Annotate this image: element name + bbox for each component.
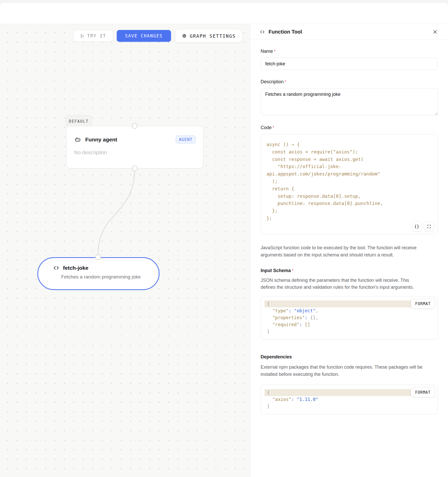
graph-settings-label: GRAPH SETTINGS [190, 33, 236, 39]
tool-node-title: fetch-joke [63, 265, 88, 271]
format-button[interactable]: FORMAT [411, 299, 435, 308]
code-help-text: JavaScript function code to be executed … [261, 244, 427, 259]
expand-fullscreen-button[interactable] [424, 222, 434, 231]
input-schema-editor[interactable]: { "type": "object", "properties": {}, "r… [261, 296, 438, 339]
input-schema-label: Input Schema [261, 268, 291, 273]
input-schema-help-text: JSON schema defining the parameters that… [261, 277, 419, 291]
save-changes-button[interactable]: SAVE CHANGES [117, 30, 171, 42]
required-asterisk: * [274, 49, 275, 54]
agent-bottom-handle[interactable] [132, 165, 137, 171]
fullscreen-icon [427, 224, 431, 229]
dependencies-help-text: External npm packages that the function … [261, 364, 424, 378]
top-chrome [0, 3, 448, 24]
close-icon [433, 29, 438, 34]
format-braces-button[interactable]: {} [412, 222, 422, 231]
description-label: Description [261, 79, 284, 84]
name-input[interactable] [261, 58, 438, 70]
code-editor[interactable]: async () ⇒ { const axios = require("axio… [261, 134, 438, 234]
dependencies-label: Dependencies [261, 354, 292, 359]
try-it-label: TRY IT [87, 33, 106, 38]
function-tool-panel: Function Tool Name* Description* [250, 24, 448, 477]
robot-icon [74, 136, 81, 143]
edge-agent-to-tool [0, 24, 250, 477]
node-fetch-joke[interactable]: fetch-joke Fetches a random programming … [37, 257, 159, 290]
agent-node-description: No description [67, 143, 203, 155]
app-window: TRY IT SAVE CHANGES [0, 3, 448, 477]
required-asterisk: * [292, 268, 293, 273]
agent-top-handle[interactable] [132, 123, 137, 129]
input-schema-content[interactable]: { "type": "object", "properties": {}, "r… [264, 300, 434, 335]
graph-canvas[interactable]: TRY IT SAVE CHANGES [0, 24, 250, 477]
node-funny-agent[interactable]: Funny agent AGENT No description [66, 126, 203, 168]
code-icon [260, 29, 265, 35]
group-label-default: DEFAULT [66, 115, 92, 127]
dependencies-content[interactable]: { "axios": "1.11.0"} [264, 389, 434, 410]
tool-node-description: Fetches a random programming joke [38, 271, 159, 280]
code-content[interactable]: async () ⇒ { const axios = require("axio… [266, 141, 432, 222]
format-button[interactable]: FORMAT [411, 388, 435, 397]
code-label: Code [261, 125, 272, 130]
close-panel-button[interactable] [431, 28, 439, 36]
description-textarea[interactable]: Fetches a random programming joke [261, 88, 438, 115]
try-it-button[interactable]: TRY IT [73, 30, 113, 42]
gear-icon [182, 33, 187, 39]
dependencies-editor[interactable]: { "axios": "1.11.0"} FORMAT [261, 385, 438, 414]
required-asterisk: * [273, 126, 274, 130]
tool-top-handle[interactable] [95, 254, 101, 260]
save-changes-label: SAVE CHANGES [125, 33, 163, 38]
agent-node-title: Funny agent [85, 137, 172, 143]
required-asterisk: * [285, 80, 286, 84]
panel-title: Function Tool [269, 29, 428, 35]
graph-settings-button[interactable]: GRAPH SETTINGS [175, 29, 242, 43]
play-icon [80, 34, 85, 38]
agent-type-badge: AGENT [176, 136, 196, 143]
code-icon [53, 265, 59, 271]
name-label: Name [261, 49, 273, 54]
